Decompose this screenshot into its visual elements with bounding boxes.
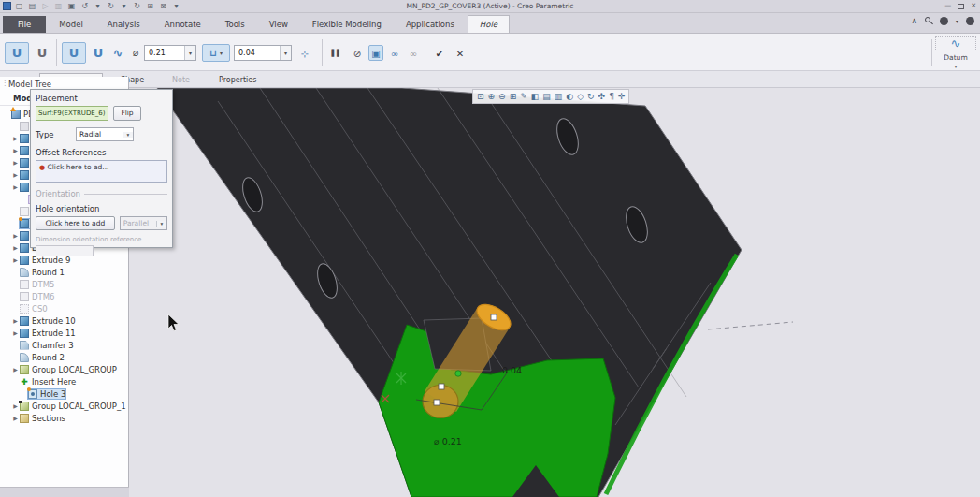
expand-arrow-icon[interactable]: ▶ — [11, 183, 20, 190]
zoom-in-icon[interactable]: ⊕ — [488, 91, 496, 103]
tree-item-round-1[interactable]: Round 1 — [0, 266, 128, 278]
depth-dropdown-icon[interactable]: ▾ — [280, 46, 291, 60]
standard-hole-button[interactable]: U — [32, 42, 52, 64]
refit-icon[interactable]: ⊞ — [510, 91, 517, 103]
lightweight-hole-icon[interactable]: ⊹ — [297, 45, 312, 61]
zoom-out-icon[interactable]: ⊖ — [498, 91, 506, 103]
help-icon[interactable]: ? — [966, 17, 974, 25]
open-file-icon[interactable]: ▤ — [27, 2, 37, 11]
expand-arrow-icon[interactable]: ▶ — [11, 366, 20, 373]
expand-arrow-icon[interactable]: ▶ — [11, 256, 20, 263]
ribbon-tab-flexible-modeling[interactable]: Flexible Modeling — [301, 16, 393, 33]
depth-value[interactable]: 0.04 — [235, 49, 280, 57]
tree-item-dtm5[interactable]: DTM5 — [0, 278, 128, 290]
hole-orientation-dropdown[interactable]: Parallel ▾ — [120, 216, 167, 230]
tree-item-extrude-11[interactable]: ▶Extrude 11 — [0, 327, 128, 339]
expand-arrow-icon[interactable]: ▶ — [11, 232, 20, 239]
tree-item-hole-3[interactable]: Hole 3 — [0, 387, 128, 400]
diameter-dimension-label[interactable]: ⌀ 0.21 — [434, 436, 462, 446]
attached-preview-button[interactable]: ▣ — [368, 45, 383, 61]
preview-off-glasses-icon[interactable]: ∞ — [406, 45, 421, 61]
panel-tab-properties[interactable]: Properties — [208, 73, 267, 88]
perspective-icon[interactable]: ◇ — [577, 91, 584, 103]
minimize-icon[interactable]: — — [944, 2, 951, 10]
shading-mode-icon[interactable]: ◐ — [566, 91, 573, 103]
open-recent-icon[interactable]: ▷ — [40, 2, 50, 11]
add-orientation-reference-button[interactable]: Click here to add — [36, 216, 115, 230]
undo-icon[interactable]: ↺ — [79, 2, 90, 11]
tree-item-group-local-group-1[interactable]: ▶Group LOCAL_GROUP_1 — [0, 400, 128, 412]
save-icon[interactable]: ▣ — [66, 2, 77, 11]
expand-arrow-icon[interactable]: ▶ — [11, 244, 20, 251]
expand-arrow-icon[interactable]: ▶ — [11, 147, 20, 153]
search-icon[interactable] — [925, 17, 932, 24]
diameter-value[interactable]: 0.21 — [145, 49, 184, 57]
flip-button[interactable]: Flip — [113, 106, 141, 121]
expand-arrow-icon[interactable]: ▶ — [11, 317, 20, 324]
annotation-display-icon[interactable]: ¶ — [609, 91, 614, 103]
window-switch-icon[interactable]: ⊞ — [145, 2, 155, 11]
ribbon-tab-model[interactable]: Model — [48, 16, 94, 33]
type-dropdown-icon[interactable]: ▾ — [122, 132, 133, 138]
restore-icon[interactable] — [958, 4, 964, 9]
ribbon-tab-hole[interactable]: Hole — [468, 15, 510, 33]
tree-item-insert-here[interactable]: Insert Here — [0, 375, 128, 387]
expand-arrow-icon[interactable]: ▶ — [11, 402, 20, 409]
tree-item-round-2[interactable]: Round 2 — [0, 351, 128, 363]
app-logo-icon[interactable] — [3, 2, 11, 10]
ok-button[interactable]: ✔ — [432, 45, 447, 61]
ribbon-tab-view[interactable]: View — [258, 16, 299, 33]
repaint-icon[interactable]: ✎ — [520, 91, 527, 103]
collapse-ribbon-icon[interactable]: ∧ — [911, 16, 917, 25]
depth-option-button[interactable]: ⊔▾ — [202, 44, 230, 62]
datum-display-filter-icon[interactable]: ✣ — [598, 91, 606, 103]
named-views-icon[interactable]: ↻ — [587, 91, 595, 103]
datum-group[interactable]: ∿ Datum ▾ — [935, 36, 976, 69]
simple-hole-button[interactable]: U — [5, 42, 29, 64]
command-search-icon[interactable] — [940, 17, 948, 25]
view-manager-icon[interactable]: ▥ — [555, 91, 563, 103]
predefined-profile-button[interactable]: U — [90, 42, 107, 64]
redo-icon[interactable]: ↻ — [106, 2, 116, 11]
expand-arrow-icon[interactable]: ▶ — [11, 159, 20, 166]
sketched-profile-button[interactable]: ∿ — [108, 42, 127, 64]
chevron-down-icon[interactable]: ▾ — [956, 18, 958, 24]
depth-combobox[interactable]: 0.04 ▾ — [234, 45, 292, 61]
flat-bottom-profile-button[interactable]: U — [62, 42, 86, 64]
pause-button[interactable]: ▌▌ — [329, 45, 344, 61]
graphics-area[interactable]: ⊡⊕⊖⊞✎◧▤▥◐◇↻✣¶✛ — [129, 88, 980, 497]
type-dropdown[interactable]: Radial ▾ — [76, 127, 134, 141]
spin-center-icon[interactable]: ✛ — [618, 91, 626, 103]
tree-item-group-local-group[interactable]: ▶Group LOCAL_GROUP — [0, 363, 128, 375]
cancel-button[interactable]: ✕ — [453, 45, 468, 61]
dimension-orientation-field[interactable] — [36, 245, 94, 256]
navigator-header[interactable]: Model Tree — [8, 80, 51, 89]
expand-arrow-icon[interactable]: ▶ — [11, 329, 20, 336]
saved-orientations-icon[interactable]: ▤ — [542, 91, 551, 103]
ribbon-tab-annotate[interactable]: Annotate — [153, 16, 212, 33]
ribbon-tab-tools[interactable]: Tools — [214, 16, 256, 33]
expand-arrow-icon[interactable]: ▶ — [11, 415, 20, 421]
navigator-grip-icon[interactable]: ⫶ — [4, 80, 6, 89]
depth-dimension-label[interactable]: 0.04 — [502, 365, 522, 375]
offset-references-collector[interactable]: ● Click here to ad... — [36, 160, 167, 183]
tree-item-dtm6[interactable]: DTM6 — [0, 290, 128, 302]
offset-references-placeholder[interactable]: Click here to ad... — [48, 163, 109, 171]
expand-arrow-icon[interactable]: ▶ — [11, 135, 20, 141]
close-window-icon[interactable]: ⊠ — [158, 2, 168, 11]
expand-arrow-icon[interactable]: ▶ — [11, 171, 20, 178]
diameter-dropdown-icon[interactable]: ▾ — [184, 46, 195, 60]
ribbon-tab-applications[interactable]: Applications — [395, 16, 466, 33]
new-file-icon[interactable]: ▢ — [14, 2, 24, 11]
undo-menu-icon[interactable]: ▾ — [93, 2, 103, 11]
placement-point[interactable] — [455, 371, 461, 376]
import-icon[interactable]: ▥ — [53, 2, 64, 11]
panel-tab-note[interactable]: Note — [161, 73, 201, 88]
close-icon[interactable]: ✕ — [971, 2, 976, 10]
display-style-icon[interactable]: ◧ — [531, 91, 540, 103]
tree-item-extrude-10[interactable]: ▶Extrude 10 — [0, 314, 128, 327]
tree-item-cs0[interactable]: CS0 — [0, 302, 128, 314]
customize-toolbar-icon[interactable]: ▾ — [171, 2, 181, 11]
datum-wave-icon[interactable]: ∿ — [935, 36, 976, 51]
3d-model-view[interactable]: 0.04 ⌀ 0.21 — [129, 88, 980, 497]
